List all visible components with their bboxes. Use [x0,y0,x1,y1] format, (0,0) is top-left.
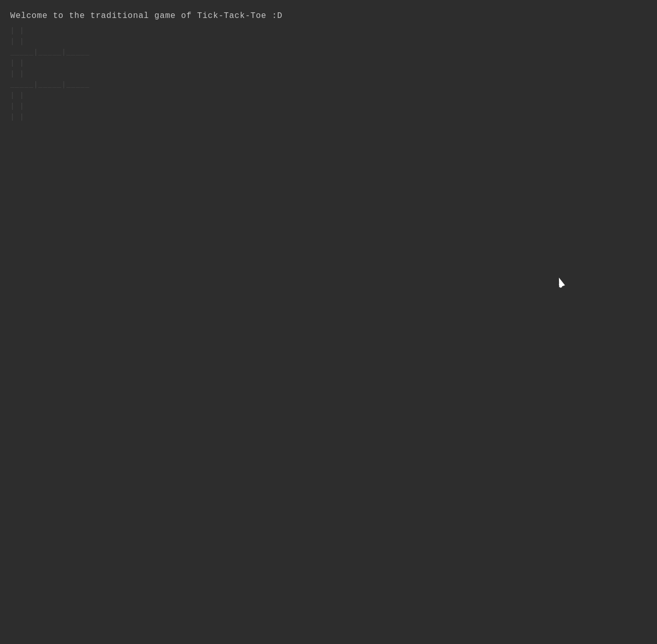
grid-row: _____|_____|_____ [10,47,647,58]
game-grid: | | | | _____|_____|_____ | | | | _____|… [10,26,647,123]
grid-row: | | [10,112,647,123]
grid-row: | | [10,69,647,80]
terminal-screen: Welcome to the traditional game of Tick-… [0,0,657,644]
grid-row: | | [10,90,647,101]
welcome-text: Welcome to the traditional game of Tick-… [10,10,647,22]
grid-row: | | [10,101,647,112]
grid-row: _____|_____|_____ [10,80,647,90]
grid-row: | | [10,36,647,47]
grid-row: | | [10,26,647,36]
grid-row: | | [10,58,647,69]
mouse-cursor [557,277,565,288]
